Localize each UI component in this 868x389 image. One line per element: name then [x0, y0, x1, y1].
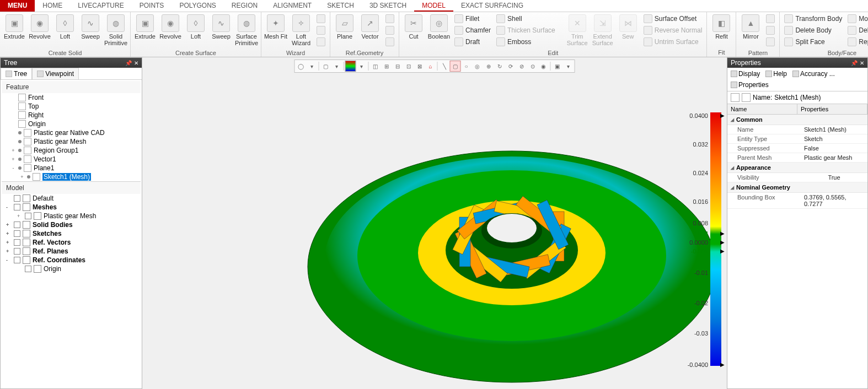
expand-icon[interactable]: -	[6, 257, 12, 263]
view-tool[interactable]: ▣	[552, 61, 563, 72]
view-tool[interactable]: ⊘	[516, 61, 527, 72]
tab-alignment[interactable]: ALIGNMENT	[265, 0, 319, 12]
tab-model[interactable]: MODEL	[414, 0, 453, 12]
expand-icon[interactable]: +	[10, 156, 16, 162]
refgeo-extra-1[interactable]	[383, 13, 397, 24]
fillet-button[interactable]: Fillet	[452, 13, 493, 24]
refgeo-extra-3[interactable]	[383, 36, 397, 47]
az-icon[interactable]	[742, 93, 751, 102]
emboss-button[interactable]: Emboss	[494, 36, 558, 47]
vector-button[interactable]: ↗Vector	[358, 13, 382, 41]
view-tool[interactable]: ⊞	[381, 61, 392, 72]
visibility-checkbox[interactable]	[25, 213, 31, 219]
extend-surface-button[interactable]: ⇲Extend Surface	[591, 13, 615, 47]
tree-node[interactable]: -Plane1	[2, 164, 141, 172]
properties-row[interactable]: VisibilityTrue	[727, 173, 867, 182]
tree-node[interactable]: Right	[2, 111, 141, 120]
model-node[interactable]: -Meshes	[2, 203, 141, 212]
plane-button[interactable]: ▱Plane	[333, 13, 357, 41]
cut-button[interactable]: ✂Cut	[401, 13, 426, 41]
mirror-button[interactable]: ▲Mirror	[738, 13, 763, 41]
view-tool[interactable]: ◫	[370, 61, 381, 72]
view-tool[interactable]: ▢	[450, 61, 461, 72]
extrude-surface-button[interactable]: ▣Extrude	[133, 13, 157, 41]
properties-category[interactable]: ◢Appearance	[727, 163, 867, 173]
sort-icon[interactable]	[731, 93, 740, 102]
view-tool[interactable]: ↻	[494, 61, 505, 72]
revolve-solid-button[interactable]: ◉Revolve	[28, 13, 52, 41]
visibility-checkbox[interactable]	[14, 195, 20, 202]
view-tool[interactable]: ◉	[538, 61, 549, 72]
expand-icon[interactable]: +	[10, 148, 16, 153]
properties-row[interactable]: Entity TypeSketch	[727, 134, 867, 144]
properties-category[interactable]: ◢Nominal Geometry	[727, 182, 867, 193]
model-node[interactable]: -Ref. Coordinates	[2, 256, 141, 264]
pattern-extra-1[interactable]	[764, 13, 777, 24]
loft-solid-button[interactable]: ◊Loft	[53, 13, 77, 41]
properties-tab-display[interactable]: Display	[728, 69, 762, 79]
tab-points[interactable]: POINTS	[132, 0, 172, 12]
view-tool[interactable]: ◯	[296, 61, 307, 72]
properties-tab-help[interactable]: Help	[763, 69, 789, 79]
tree-node[interactable]: Plastic gear Native CAD	[2, 128, 141, 137]
view-tool[interactable]: ◎	[472, 61, 483, 72]
view-tool[interactable]	[345, 61, 356, 72]
expand-icon[interactable]: +	[6, 222, 12, 228]
expand-icon[interactable]: +	[6, 231, 12, 236]
sew-button[interactable]: ⋈Sew	[616, 13, 640, 41]
tab-sketch[interactable]: SKETCH	[319, 0, 362, 12]
thicken-surface-button[interactable]: Thicken Surface	[494, 25, 558, 36]
view-tool[interactable]: ╲	[439, 61, 450, 72]
view-tool[interactable]: ▾	[307, 61, 318, 72]
tree-node[interactable]: Origin	[2, 120, 141, 128]
visibility-checkbox[interactable]	[14, 257, 20, 263]
visibility-checkbox[interactable]	[14, 204, 20, 210]
wizard-extra-1[interactable]	[314, 13, 328, 24]
view-tool[interactable]: ▾	[331, 61, 342, 72]
expand-icon[interactable]: +	[6, 240, 12, 245]
sweep-surface-button[interactable]: ∿Sweep	[209, 13, 233, 41]
split-face-button[interactable]: Split Face	[782, 36, 844, 47]
revolve-surface-button[interactable]: ◉Revolve	[158, 13, 183, 41]
close-icon[interactable]: ✕	[134, 60, 138, 66]
expand-icon[interactable]: +	[17, 213, 23, 219]
model-node[interactable]: +Ref. Vectors	[2, 238, 141, 247]
surface-offset-button[interactable]: Surface Offset	[641, 13, 705, 24]
expand-icon[interactable]: -	[10, 165, 16, 171]
refit-button[interactable]: ◧Refit	[709, 13, 733, 41]
view-tool[interactable]: ▾	[563, 61, 574, 72]
draft-button[interactable]: Draft	[452, 36, 493, 47]
visibility-checkbox[interactable]	[14, 239, 20, 246]
close-icon[interactable]: ✕	[860, 60, 864, 66]
model-node[interactable]: +Plastic gear Mesh	[2, 212, 141, 220]
model-node[interactable]: +Sketches	[2, 229, 141, 238]
reverse-normal-button[interactable]: Reverse Normal	[641, 25, 705, 36]
model-node[interactable]: Default	[2, 194, 141, 203]
tab-exactsurfacing[interactable]: EXACT SURFACING	[453, 0, 531, 12]
properties-row[interactable]: Bounding Box0.3769, 0.5565, 0.7277	[727, 193, 867, 209]
properties-row[interactable]: Parent MeshPlastic gear Mesh	[727, 153, 867, 163]
tree-node[interactable]: +Sketch1 (Mesh)	[2, 172, 141, 181]
tree-tab-viewpoint[interactable]: Viewpoint	[32, 68, 79, 79]
visibility-checkbox[interactable]	[14, 248, 20, 255]
boolean-button[interactable]: ◎Boolean	[427, 13, 451, 41]
mesh-fit-button[interactable]: ✦Mesh Fit	[264, 13, 288, 41]
properties-category[interactable]: ◢Common	[727, 115, 867, 125]
solid-primitive-button[interactable]: ◍Solid Primitive	[104, 13, 128, 47]
tree-node[interactable]: Top	[2, 102, 141, 111]
view-tool[interactable]: ▢	[320, 61, 331, 72]
transform-body-button[interactable]: Transform Body	[782, 13, 844, 24]
extrude-solid-button[interactable]: ▣Extrude	[2, 13, 26, 41]
refgeo-extra-2[interactable]	[383, 25, 397, 36]
pin-icon[interactable]: 📌	[851, 60, 858, 66]
tree-node[interactable]: +Region Group1	[2, 146, 141, 155]
delete-body-button[interactable]: Delete Body	[782, 25, 844, 36]
view-tool[interactable]: ⊠	[414, 61, 425, 72]
properties-tab-accuracy[interactable]: Accuracy ...	[790, 69, 837, 79]
view-tool[interactable]: ⊙	[527, 61, 538, 72]
pin-icon[interactable]: 📌	[125, 60, 132, 66]
visibility-checkbox[interactable]	[14, 221, 20, 228]
expand-icon[interactable]: -	[6, 204, 12, 210]
view-tool[interactable]: ⊕	[483, 61, 494, 72]
model-node[interactable]: +Ref. Planes	[2, 247, 141, 256]
